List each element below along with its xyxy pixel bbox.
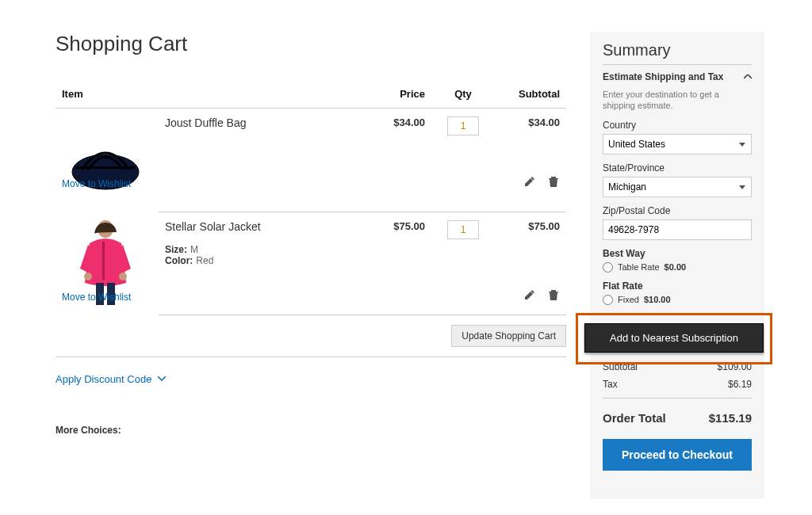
tax-label: Tax [603,379,618,390]
ship-option-price: $0.00 [665,262,687,272]
product-price: $34.00 [368,109,431,167]
add-subscription-highlight: Add to Nearest Subscription [576,313,772,364]
col-qty: Qty [431,80,495,109]
attr-value: M [190,244,198,255]
product-image[interactable] [62,116,149,204]
product-price: $75.00 [368,212,431,280]
edit-icon[interactable] [523,288,536,301]
svg-rect-4 [102,242,105,280]
page-title: Shopping Cart [56,32,566,56]
ship-option-label: Table Rate [618,262,660,272]
col-item: Item [56,80,159,109]
attr-value: Red [196,255,213,266]
ship-option-label: Fixed [618,295,639,304]
summary-panel: Summary Estimate Shipping and Tax Enter … [590,32,764,499]
cart-table: Item Price Qty Subtotal [56,80,566,315]
col-subtotal: Subtotal [495,80,566,109]
estimate-hint: Enter your destination to get a shipping… [603,89,752,112]
qty-input[interactable] [447,116,479,135]
attr-label: Size: [165,244,187,255]
tax-value: $6.19 [728,379,752,390]
ship-method-title: Best Way [603,248,645,259]
estimate-toggle[interactable]: Estimate Shipping and Tax [603,71,752,86]
order-total-value: $115.19 [709,411,752,425]
chevron-up-icon [744,74,752,79]
svg-point-8 [119,273,127,280]
move-to-wishlist-link[interactable]: Move to Wishlist [62,175,131,189]
product-name[interactable]: Stellar Solar Jacket [165,220,362,233]
summary-title: Summary [603,41,752,59]
trash-icon[interactable] [547,175,560,188]
zip-input[interactable] [603,219,752,240]
qty-input[interactable] [447,220,479,239]
apply-discount-label: Apply Discount Code [56,373,151,385]
apply-discount-link[interactable]: Apply Discount Code [56,373,166,385]
country-select[interactable]: United States [603,134,752,154]
ship-radio[interactable] [603,262,613,273]
svg-rect-2 [75,166,136,169]
country-label: Country [603,120,752,131]
table-row: Joust Duffle Bag $34.00 $34.00 [56,109,566,167]
estimate-heading: Estimate Shipping and Tax [603,71,723,82]
product-subtotal: $34.00 [495,109,566,167]
ship-method-title: Flat Rate [603,280,643,292]
table-row: Stellar Solar Jacket Size:M Color:Red $7… [56,212,566,280]
order-total-label: Order Total [603,411,666,425]
chevron-down-icon [158,376,166,381]
col-price: Price [368,80,431,109]
product-name[interactable]: Joust Duffle Bag [165,116,362,129]
svg-point-7 [84,273,92,280]
ship-radio[interactable] [603,295,613,305]
add-subscription-button[interactable]: Add to Nearest Subscription [584,323,764,353]
more-choices-heading: More Choices: [56,425,566,436]
attr-label: Color: [165,255,193,266]
ship-option[interactable]: Table Rate $0.00 [603,262,752,273]
update-cart-button[interactable]: Update Shopping Cart [451,325,566,347]
state-label: State/Province [603,162,752,174]
move-to-wishlist-link[interactable]: Move to Wishlist [62,288,131,303]
zip-label: Zip/Postal Code [603,205,752,216]
trash-icon[interactable] [547,288,560,301]
ship-option-price: $10.00 [644,295,671,304]
ship-option[interactable]: Fixed $10.00 [603,295,752,305]
state-select[interactable]: Michigan [603,177,752,197]
product-subtotal: $75.00 [495,212,566,280]
edit-icon[interactable] [523,175,536,188]
checkout-button[interactable]: Proceed to Checkout [603,439,752,471]
